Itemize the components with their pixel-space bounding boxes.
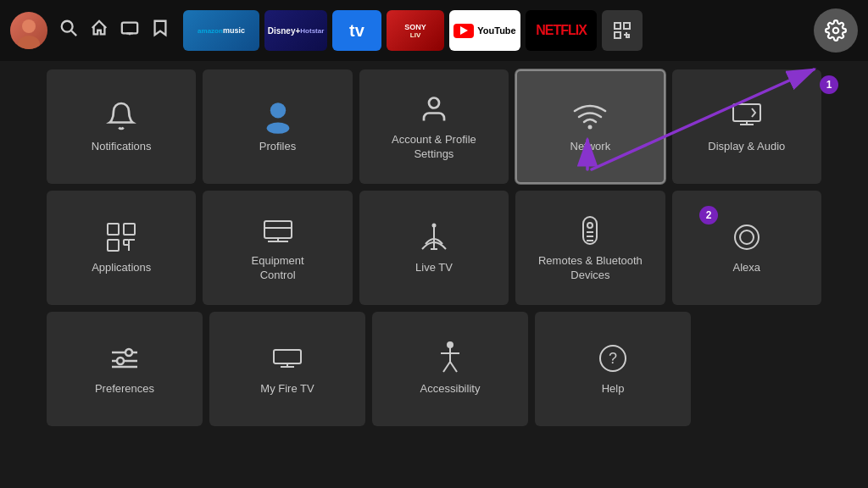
- svg-line-56: [450, 362, 457, 372]
- tile-display-audio[interactable]: Display & Audio: [672, 69, 821, 184]
- tile-alexa[interactable]: Alexa: [672, 191, 821, 305]
- svg-line-55: [443, 362, 450, 372]
- tile-accessibility[interactable]: Accessibility: [372, 312, 528, 426]
- svg-rect-24: [124, 224, 135, 235]
- tile-livetv[interactable]: Live TV: [359, 191, 509, 305]
- network-label: Network: [570, 140, 611, 154]
- svg-rect-23: [108, 224, 119, 235]
- tile-equipment[interactable]: Equipment Control: [203, 191, 352, 305]
- tile-help[interactable]: ? Help: [535, 312, 691, 426]
- account-label: Account & Profile Settings: [392, 133, 476, 162]
- app-sony[interactable]: SONY LIV: [387, 10, 444, 51]
- bookmark-icon[interactable]: [151, 19, 170, 42]
- svg-point-48: [117, 358, 124, 364]
- account-icon: [417, 92, 451, 126]
- svg-rect-9: [624, 23, 630, 29]
- svg-point-17: [266, 123, 289, 134]
- svg-line-4: [71, 30, 76, 36]
- notifications-label: Notifications: [92, 140, 152, 154]
- netflix-label: NETFLIX: [536, 23, 587, 38]
- app-youtube[interactable]: YouTube: [449, 10, 520, 51]
- avatar[interactable]: [10, 12, 47, 49]
- svg-point-19: [588, 125, 593, 130]
- topbar-left: [10, 12, 170, 49]
- display-audio-label: Display & Audio: [708, 140, 785, 154]
- search-icon[interactable]: [59, 19, 78, 42]
- tile-notifications[interactable]: Notifications: [47, 69, 196, 184]
- home-icon[interactable]: [90, 19, 108, 42]
- svg-rect-49: [274, 350, 301, 363]
- svg-point-52: [448, 342, 453, 347]
- svg-rect-29: [264, 221, 292, 238]
- svg-point-47: [125, 349, 132, 356]
- tile-account[interactable]: Account & Profile Settings: [359, 69, 509, 184]
- alexa-label: Alexa: [733, 261, 761, 275]
- remote-icon: [573, 214, 607, 247]
- tile-profiles[interactable]: Profiles: [203, 69, 352, 184]
- svg-point-1: [22, 19, 36, 33]
- youtube-play-icon: [460, 26, 468, 35]
- help-label: Help: [602, 382, 625, 396]
- tile-network[interactable]: Network: [515, 69, 665, 184]
- svg-rect-10: [615, 32, 620, 38]
- tile-myfiretv[interactable]: My Fire TV: [209, 312, 365, 426]
- app-tv[interactable]: tv: [332, 10, 381, 51]
- app-grid[interactable]: [602, 10, 643, 51]
- display-icon: [730, 99, 764, 133]
- svg-rect-11: [626, 35, 629, 37]
- accessibility-icon: [433, 341, 467, 375]
- sliders-icon: [108, 341, 142, 375]
- help-icon: ?: [596, 341, 630, 375]
- svg-point-15: [833, 28, 839, 34]
- tile-remotes[interactable]: Remotes & Bluetooth Devices: [515, 191, 665, 305]
- remotes-label: Remotes & Bluetooth Devices: [538, 254, 643, 283]
- svg-point-18: [429, 97, 439, 108]
- bell-icon: [104, 99, 138, 133]
- tile-applications[interactable]: Applications: [47, 191, 196, 305]
- grid-row-2: Applications Equipment Control: [47, 191, 821, 305]
- firetv-icon: [270, 341, 304, 375]
- tv-icon[interactable]: [120, 19, 139, 42]
- alexa-icon: [730, 220, 764, 254]
- wifi-icon: [573, 99, 607, 133]
- profiles-icon: [261, 99, 295, 133]
- preferences-label: Preferences: [95, 382, 154, 396]
- svg-text:?: ?: [609, 350, 617, 367]
- app-netflix[interactable]: NETFLIX: [526, 10, 597, 51]
- topbar: amazon music Disney+ Hotstar tv SONY LIV…: [0, 0, 868, 61]
- tile-preferences[interactable]: Preferences: [47, 312, 203, 426]
- svg-point-16: [270, 103, 285, 118]
- settings-grid: Notifications Profiles Account & Profile…: [0, 61, 868, 435]
- app-hotstar[interactable]: Disney+ Hotstar: [264, 10, 327, 51]
- topbar-apps: amazon music Disney+ Hotstar tv SONY LIV…: [183, 10, 807, 51]
- svg-point-36: [432, 224, 437, 228]
- youtube-label: YouTube: [477, 25, 515, 36]
- svg-rect-26: [124, 240, 129, 245]
- livetv-label: Live TV: [415, 261, 453, 275]
- svg-rect-5: [122, 23, 137, 34]
- equipment-icon: [261, 214, 295, 247]
- svg-rect-25: [108, 240, 119, 251]
- app-amazon-music[interactable]: amazon music: [183, 10, 259, 51]
- myfiretv-label: My Fire TV: [260, 382, 314, 396]
- svg-point-38: [587, 223, 593, 228]
- svg-point-43: [740, 230, 754, 244]
- profiles-label: Profiles: [259, 140, 296, 154]
- apps-icon: [104, 220, 138, 254]
- antenna-icon: [417, 220, 451, 254]
- equipment-label: Equipment Control: [252, 254, 304, 283]
- applications-label: Applications: [92, 261, 151, 275]
- accessibility-label: Accessibility: [420, 382, 481, 396]
- svg-point-3: [62, 21, 73, 32]
- svg-point-42: [735, 225, 759, 249]
- settings-button[interactable]: [814, 8, 858, 53]
- grid-row-3: Preferences My Fire TV: [47, 312, 821, 426]
- grid-row-1: Notifications Profiles Account & Profile…: [47, 69, 821, 184]
- youtube-logo-icon: [453, 24, 474, 38]
- svg-rect-8: [615, 23, 620, 29]
